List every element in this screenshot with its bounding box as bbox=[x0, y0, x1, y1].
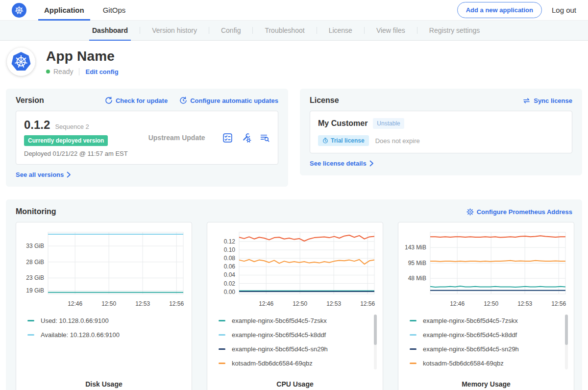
subnav-tab-dashboard[interactable]: Dashboard bbox=[92, 21, 128, 41]
sync-arrows-icon bbox=[522, 97, 531, 104]
configure-automatic-updates-label: Configure automatic updates bbox=[190, 97, 278, 104]
gear-icon bbox=[466, 208, 474, 216]
legend-label: Used: 10.128.0.66:9100 bbox=[41, 317, 109, 324]
kubernetes-logo-icon[interactable] bbox=[12, 3, 26, 18]
see-license-details-link[interactable]: See license details bbox=[310, 160, 374, 167]
refresh-icon bbox=[105, 97, 113, 104]
legend-swatch bbox=[27, 334, 34, 336]
cpu-usage-legend: example-nginx-5bc6f5d4c5-7zskxexample-ng… bbox=[213, 314, 377, 374]
subnav-divider bbox=[252, 27, 253, 34]
svg-text:12:53: 12:53 bbox=[135, 300, 150, 307]
svg-text:19 GiB: 19 GiB bbox=[26, 287, 44, 294]
legend-item: Used: 10.128.0.66:9100 bbox=[27, 314, 186, 328]
legend-item: example-nginx-5bc6f5d4c5-k8ddf bbox=[410, 328, 568, 342]
legend-swatch bbox=[219, 363, 225, 364]
subnav-tab-version-history[interactable]: Version history bbox=[152, 21, 197, 41]
cpu-usage-chart-card: 0.000.020.040.060.080.100.1212:4612:5012… bbox=[207, 222, 383, 390]
memory-usage-chart-card: 48 MiB95 MiB143 MiB12:4612:5012:5312:56 … bbox=[398, 222, 574, 390]
legend-swatch bbox=[219, 320, 225, 321]
subnav-tab-registry-settings[interactable]: Registry settings bbox=[429, 21, 480, 41]
subnav-tab-troubleshoot[interactable]: Troubleshoot bbox=[265, 21, 304, 41]
license-detail-card: My Customer Unstable Trial license Does … bbox=[310, 111, 572, 153]
sync-license-link[interactable]: Sync license bbox=[522, 97, 572, 104]
see-all-versions-label: See all versions bbox=[16, 171, 64, 178]
legend-scrollbar-thumb[interactable] bbox=[565, 315, 568, 345]
subnav-tab-license[interactable]: License bbox=[329, 21, 352, 41]
current-version-card: 0.1.2 Sequence 2 Currently deployed vers… bbox=[16, 111, 278, 165]
subnav-divider bbox=[364, 27, 365, 34]
legend-item: example-nginx-5bc6f5d4c5-k8ddf bbox=[219, 328, 377, 342]
svg-text:12:46: 12:46 bbox=[259, 300, 273, 307]
legend-scrollbar-thumb[interactable] bbox=[374, 315, 377, 345]
legend-item: example-nginx-5bc6f5d4c5-sn29h bbox=[219, 342, 377, 356]
legend-scrollbar[interactable] bbox=[565, 315, 568, 369]
svg-text:12:56: 12:56 bbox=[360, 300, 375, 307]
edit-config-link[interactable]: Edit config bbox=[85, 68, 118, 75]
sequence-label: Sequence 2 bbox=[55, 123, 89, 130]
legend-item: kotsadm-5db6dc6584-69qbz bbox=[219, 356, 377, 370]
view-deploy-logs-icon[interactable] bbox=[260, 133, 270, 143]
deployed-timestamp: Deployed 01/21/22 @ 11:57 am EST bbox=[24, 150, 128, 157]
legend-label: example-nginx-5bc6f5d4c5-sn29h bbox=[423, 345, 519, 353]
configure-automatic-updates-link[interactable]: Configure automatic updates bbox=[179, 97, 278, 104]
legend-swatch bbox=[27, 320, 34, 321]
subnav-divider bbox=[209, 27, 209, 34]
app-status-label: Ready bbox=[53, 68, 73, 75]
chart-title: Memory Usage bbox=[404, 380, 568, 388]
legend-swatch bbox=[410, 363, 416, 364]
svg-text:12:46: 12:46 bbox=[68, 300, 82, 307]
legend-item: example-nginx-5bc6f5d4c5-7zskx bbox=[219, 314, 377, 328]
stopwatch-icon bbox=[322, 138, 328, 144]
svg-text:12:46: 12:46 bbox=[450, 300, 465, 307]
page-title: App Name bbox=[46, 49, 119, 64]
legend-label: example-nginx-5bc6f5d4c5-sn29h bbox=[232, 345, 328, 353]
monitoring-panel: Monitoring Configure Prometheus Address … bbox=[6, 199, 582, 390]
legend-swatch bbox=[219, 348, 225, 350]
svg-text:12:50: 12:50 bbox=[293, 300, 307, 307]
trial-license-badge: Trial license bbox=[318, 135, 369, 146]
svg-text:95 MiB: 95 MiB bbox=[408, 260, 426, 267]
sync-license-label: Sync license bbox=[534, 97, 572, 104]
divider bbox=[79, 68, 79, 75]
svg-text:0.00: 0.00 bbox=[224, 289, 236, 295]
configure-prometheus-link[interactable]: Configure Prometheus Address bbox=[466, 208, 572, 216]
check-for-update-link[interactable]: Check for update bbox=[105, 97, 168, 104]
svg-text:12:56: 12:56 bbox=[169, 300, 184, 307]
legend-scrollbar[interactable] bbox=[374, 315, 377, 369]
subnav-tab-config[interactable]: Config bbox=[221, 21, 241, 41]
svg-text:12:56: 12:56 bbox=[551, 300, 566, 307]
svg-text:0.08: 0.08 bbox=[224, 255, 236, 262]
tab-gitops[interactable]: GitOps bbox=[103, 0, 126, 21]
legend-label: example-nginx-5bc6f5d4c5-7zskx bbox=[232, 317, 327, 324]
legend-item: Available: 10.128.0.66:9100 bbox=[27, 328, 186, 342]
chart-title: CPU Usage bbox=[213, 380, 377, 388]
legend-swatch bbox=[219, 334, 225, 336]
logout-button[interactable]: Log out bbox=[552, 6, 576, 14]
svg-text:28 GiB: 28 GiB bbox=[26, 259, 44, 266]
chevron-right-icon bbox=[67, 171, 71, 178]
svg-text:12:53: 12:53 bbox=[326, 300, 341, 307]
subnav-divider bbox=[317, 27, 317, 34]
tab-application[interactable]: Application bbox=[44, 0, 84, 21]
see-all-versions-link[interactable]: See all versions bbox=[16, 171, 71, 178]
trial-license-label: Trial license bbox=[331, 137, 365, 144]
auto-update-clock-icon bbox=[179, 97, 187, 104]
see-license-details-label: See license details bbox=[310, 160, 367, 167]
legend-swatch bbox=[410, 334, 416, 336]
channel-badge: Unstable bbox=[373, 118, 404, 129]
legend-swatch bbox=[410, 320, 416, 321]
svg-text:23 GiB: 23 GiB bbox=[26, 274, 44, 281]
configure-prometheus-label: Configure Prometheus Address bbox=[477, 208, 572, 216]
currently-deployed-badge: Currently deployed version bbox=[24, 135, 108, 146]
legend-label: example-nginx-5bc6f5d4c5-k8ddf bbox=[232, 331, 326, 339]
edit-config-wrench-icon[interactable] bbox=[241, 133, 251, 143]
legend-label: Available: 10.128.0.66:9100 bbox=[41, 331, 120, 339]
tab-gitops-label: GitOps bbox=[103, 6, 126, 14]
check-for-update-label: Check for update bbox=[116, 97, 168, 104]
chevron-right-icon bbox=[369, 160, 374, 167]
legend-label: example-nginx-5bc6f5d4c5-7zskx bbox=[423, 317, 518, 324]
subnav-tab-view-files[interactable]: View files bbox=[376, 21, 405, 41]
preflight-checks-icon[interactable] bbox=[222, 133, 233, 143]
add-new-application-button[interactable]: Add a new application bbox=[457, 2, 542, 18]
version-info: 0.1.2 Sequence 2 Currently deployed vers… bbox=[24, 118, 128, 157]
